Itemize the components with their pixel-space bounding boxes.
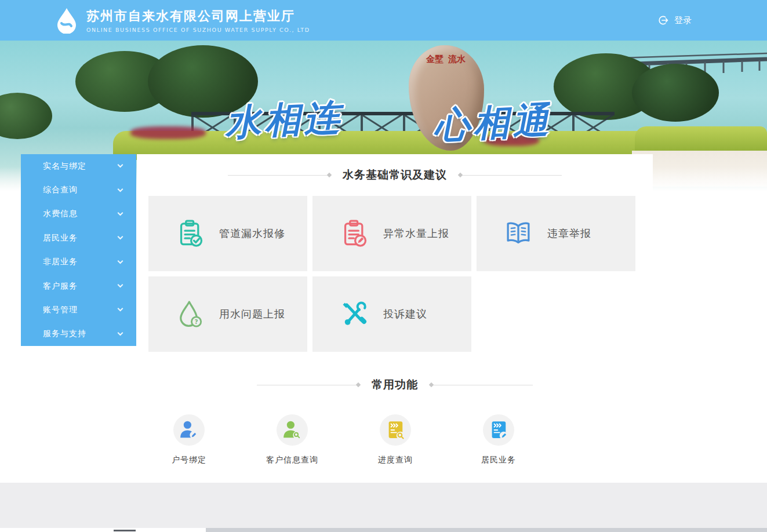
card-abnormal-water-report[interactable]: 异常水量上报 xyxy=(312,196,471,271)
chevron-down-icon xyxy=(118,330,123,336)
sidebar-item-water-fee-info[interactable]: 水费信息 xyxy=(21,202,136,226)
flowerbed-left xyxy=(130,126,206,139)
waterdrop-question-icon: ? xyxy=(175,299,205,329)
quicklink-label: 客户信息查询 xyxy=(266,455,318,465)
title-decor-line-right xyxy=(459,175,562,176)
diamond-ornament xyxy=(458,172,463,177)
chevron-down-icon xyxy=(118,306,123,312)
login-button[interactable]: 登录 xyxy=(657,0,692,41)
chevron-down-icon xyxy=(118,282,123,288)
stone-inscription-col2: 流水 xyxy=(448,53,466,65)
sidebar-item-account-management[interactable]: 账号管理 xyxy=(21,298,136,322)
quicklink-customer-info-query[interactable]: 客户信息查询 xyxy=(241,414,344,465)
quicklink-account-binding[interactable]: 户号绑定 xyxy=(137,414,241,465)
quicklink-progress-query[interactable]: 进度查询 xyxy=(344,414,447,465)
open-book-icon xyxy=(503,218,533,249)
footer-band xyxy=(0,483,767,528)
user-edit-icon xyxy=(177,418,201,442)
hero-slogan-right: 心相通 xyxy=(432,96,553,151)
login-label: 登录 xyxy=(674,15,692,26)
section2-title: 常用功能 xyxy=(372,377,418,392)
site-title-block: 苏州市自来水有限公司网上营业厅 ONLINE BUSINESS OFFICE O… xyxy=(86,8,310,33)
quick-links: 户号绑定 客户信息查询 xyxy=(137,414,653,465)
title-decor-line-left xyxy=(228,175,331,176)
sidebar-item-label: 居民业务 xyxy=(43,233,78,243)
stone-inscription: 金墅 流水 xyxy=(426,53,466,65)
chevron-down-icon xyxy=(118,162,123,168)
stone-inscription-col1: 金墅 xyxy=(426,53,444,65)
sidebar-item-label: 水费信息 xyxy=(43,209,78,219)
card-complaints-suggestions[interactable]: 投诉建议 xyxy=(312,276,471,352)
hedge-right xyxy=(635,126,767,152)
card-water-problem-report[interactable]: ? 用水问题上报 xyxy=(148,276,307,352)
diamond-ornament xyxy=(327,172,332,177)
scrollbar-thumb[interactable] xyxy=(114,530,136,531)
user-search-icon xyxy=(280,418,304,442)
svg-text:?: ? xyxy=(195,318,198,325)
sidebar-menu: 实名与绑定 综合查询 水费信息 居民业务 非居业务 客户服务 账号管理 服务与 xyxy=(21,154,136,346)
sidebar-item-resident-business[interactable]: 居民业务 xyxy=(21,226,136,250)
water-drop-logo-icon xyxy=(55,7,78,34)
chevron-down-icon xyxy=(118,210,123,216)
chevron-down-icon xyxy=(118,186,123,192)
bush-left-edge xyxy=(0,93,52,139)
main-panel: 水务基础常识及建议 管道漏水报修 xyxy=(137,154,653,483)
logo: 苏州市自来水有限公司网上营业厅 ONLINE BUSINESS OFFICE O… xyxy=(55,7,310,34)
sidebar-item-label: 非居业务 xyxy=(43,257,78,267)
horizontal-scrollbar[interactable] xyxy=(0,528,767,532)
icon-circle xyxy=(277,414,308,446)
sidebar-item-realname-binding[interactable]: 实名与绑定 xyxy=(21,154,136,178)
section1-title: 水务基础常识及建议 xyxy=(343,167,447,183)
page: 苏州市自来水有限公司网上营业厅 ONLINE BUSINESS OFFICE O… xyxy=(0,0,767,532)
sidebar-item-comprehensive-query[interactable]: 综合查询 xyxy=(21,178,136,202)
quicklink-label: 居民业务 xyxy=(481,455,516,465)
sidebar-item-label: 账号管理 xyxy=(43,305,78,315)
sidebar-item-nonresident-business[interactable]: 非居业务 xyxy=(21,250,136,274)
card-label: 投诉建议 xyxy=(383,307,427,321)
card-label: 管道漏水报修 xyxy=(219,227,285,241)
icon-circle xyxy=(173,414,205,446)
sidebar-item-service-support[interactable]: 服务与支持 xyxy=(21,322,136,346)
site-subtitle: ONLINE BUSINESS OFFICE OF SUZHOU WATER S… xyxy=(86,27,310,33)
card-label: 异常水量上报 xyxy=(383,227,449,241)
card-label: 违章举报 xyxy=(547,227,591,241)
chevron-down-icon xyxy=(118,258,123,264)
hero-slogan-left: 水相连 xyxy=(224,93,344,148)
section-title-knowledge: 水务基础常识及建议 xyxy=(137,167,653,183)
resident-business-icon xyxy=(486,418,511,442)
tools-icon xyxy=(339,299,369,329)
top-header: 苏州市自来水有限公司网上营业厅 ONLINE BUSINESS OFFICE O… xyxy=(0,0,767,41)
login-arrow-icon xyxy=(657,14,669,26)
quicklink-label: 户号绑定 xyxy=(172,455,206,465)
card-label: 用水问题上报 xyxy=(219,307,285,321)
section-title-common: 常用功能 xyxy=(137,377,653,392)
sidebar-item-customer-service[interactable]: 客户服务 xyxy=(21,274,136,298)
sidebar-item-label: 实名与绑定 xyxy=(43,161,86,172)
progress-search-icon xyxy=(383,418,408,442)
scrollbar-track[interactable] xyxy=(206,528,767,532)
icon-circle xyxy=(380,414,411,446)
clipboard-edit-icon xyxy=(339,218,369,249)
chevron-down-icon xyxy=(118,234,123,240)
title-decor-line-right xyxy=(430,385,533,385)
clipboard-check-icon xyxy=(175,218,205,249)
tree-right-2 xyxy=(632,64,719,122)
card-violation-report[interactable]: 违章举报 xyxy=(477,196,635,271)
site-title: 苏州市自来水有限公司网上营业厅 xyxy=(86,8,310,25)
sidebar-item-label: 综合查询 xyxy=(43,185,78,195)
diamond-ornament xyxy=(356,382,361,387)
title-decor-line-left xyxy=(257,385,360,385)
icon-circle xyxy=(483,414,514,446)
sidebar-item-label: 服务与支持 xyxy=(43,329,86,339)
quicklink-label: 进度查询 xyxy=(378,455,413,465)
card-pipeline-leak-repair[interactable]: 管道漏水报修 xyxy=(148,196,307,271)
service-cards: 管道漏水报修 异常水量上报 xyxy=(148,196,641,352)
diamond-ornament xyxy=(429,382,434,387)
quicklink-resident-business[interactable]: 居民业务 xyxy=(447,414,550,465)
sidebar-item-label: 客户服务 xyxy=(43,281,78,291)
